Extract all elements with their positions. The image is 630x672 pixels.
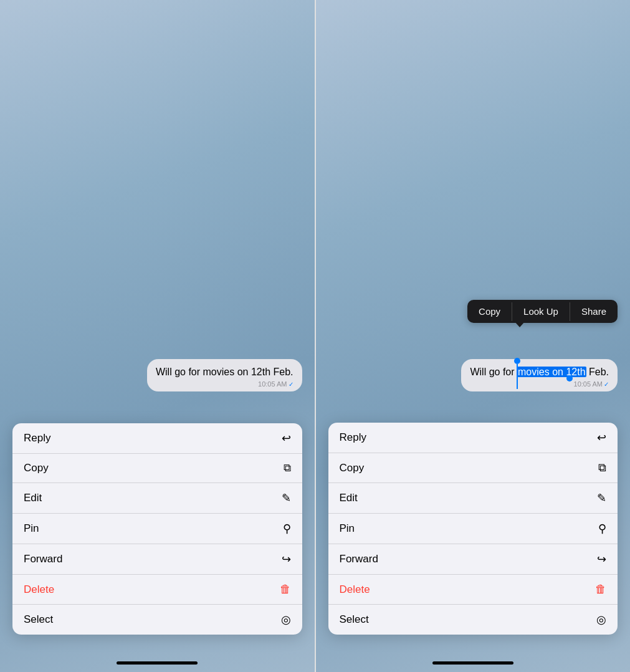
select-icon: ◎ xyxy=(281,613,291,626)
left-menu-reply[interactable]: Reply ↩ xyxy=(12,423,302,454)
right-menu-select[interactable]: Select ◎ xyxy=(328,605,618,635)
right-message-area: Will go for movies on 12th Feb. 10:05 AM… xyxy=(328,359,618,391)
selection-toolbar: Copy Look Up Share xyxy=(467,300,618,323)
toolbar-share[interactable]: Share xyxy=(570,300,618,323)
right-panel: Copy Look Up Share Will go for movies on… xyxy=(316,0,631,672)
text-selected: movies on 12th xyxy=(517,367,586,377)
right-edit-icon: ✎ xyxy=(597,491,606,505)
left-menu-forward[interactable]: Forward ↪ xyxy=(12,544,302,575)
right-menu-copy[interactable]: Copy ⧉ xyxy=(328,453,618,483)
left-menu-select[interactable]: Select ◎ xyxy=(12,605,302,635)
selection-handle-left-line xyxy=(517,364,518,389)
left-menu-pin-label: Pin xyxy=(24,522,39,535)
right-tick: ✓ xyxy=(604,381,609,388)
left-menu-pin[interactable]: Pin ⚲ xyxy=(12,514,302,544)
edit-icon: ✎ xyxy=(282,491,291,505)
left-home-indicator xyxy=(117,661,198,665)
right-select-icon: ◎ xyxy=(596,613,606,626)
left-message-area: Will go for movies on 12th Feb. 10:05 AM… xyxy=(12,359,302,391)
right-context-menu: Reply ↩ Copy ⧉ Edit ✎ Pin ⚲ Forward ↪ De… xyxy=(328,423,618,635)
left-bubble-text: Will go for movies on 12th Feb. xyxy=(156,367,294,377)
left-menu-copy-label: Copy xyxy=(24,462,49,474)
right-menu-copy-label: Copy xyxy=(340,462,365,474)
left-message-bubble: Will go for movies on 12th Feb. 10:05 AM… xyxy=(147,359,302,391)
left-menu-delete-label: Delete xyxy=(24,583,54,596)
right-forward-icon: ↪ xyxy=(597,552,606,566)
right-home-indicator xyxy=(432,661,513,665)
right-reply-icon: ↩ xyxy=(597,431,606,444)
right-bubble-text: Will go for movies on 12th Feb. xyxy=(470,367,609,377)
left-menu-forward-label: Forward xyxy=(24,553,62,565)
selection-handle-right xyxy=(566,375,573,382)
selection-handle-left xyxy=(514,358,520,364)
right-menu-pin-label: Pin xyxy=(340,522,355,535)
left-bubble-time: 10:05 AM ✓ xyxy=(156,380,294,388)
left-menu-edit-label: Edit xyxy=(24,492,42,504)
right-menu-forward[interactable]: Forward ↪ xyxy=(328,544,618,575)
right-menu-reply[interactable]: Reply ↩ xyxy=(328,423,618,453)
right-pin-icon: ⚲ xyxy=(598,522,606,535)
left-menu-select-label: Select xyxy=(24,613,53,626)
left-menu-delete[interactable]: Delete 🗑 xyxy=(12,575,302,605)
right-menu-delete-label: Delete xyxy=(340,583,370,596)
delete-icon: 🗑 xyxy=(280,583,291,596)
right-menu-edit-label: Edit xyxy=(340,492,358,504)
left-panel: Will go for movies on 12th Feb. 10:05 AM… xyxy=(0,0,315,672)
left-context-menu: Reply ↩ Copy ⧉ Edit ✎ Pin ⚲ Forward ↪ De… xyxy=(12,423,302,635)
left-tick: ✓ xyxy=(289,381,294,388)
panel-divider xyxy=(315,0,316,672)
pin-icon: ⚲ xyxy=(283,522,291,535)
right-menu-edit[interactable]: Edit ✎ xyxy=(328,483,618,514)
toolbar-arrow xyxy=(514,321,525,327)
left-menu-copy[interactable]: Copy ⧉ xyxy=(12,454,302,483)
reply-icon: ↩ xyxy=(282,431,291,445)
right-time: 10:05 AM xyxy=(574,380,603,388)
right-menu-select-label: Select xyxy=(340,613,369,626)
right-menu-pin[interactable]: Pin ⚲ xyxy=(328,514,618,544)
left-menu-reply-label: Reply xyxy=(24,432,50,444)
right-delete-icon: 🗑 xyxy=(595,583,606,596)
right-copy-icon: ⧉ xyxy=(598,461,606,474)
copy-icon: ⧉ xyxy=(284,462,291,474)
left-menu-edit[interactable]: Edit ✎ xyxy=(12,483,302,514)
text-before: Will go for xyxy=(470,367,517,377)
right-menu-reply-label: Reply xyxy=(340,431,366,444)
right-menu-delete[interactable]: Delete 🗑 xyxy=(328,575,618,605)
forward-icon: ↪ xyxy=(282,552,291,566)
text-after: Feb. xyxy=(586,367,609,377)
toolbar-copy[interactable]: Copy xyxy=(467,300,512,323)
right-menu-forward-label: Forward xyxy=(340,553,378,565)
toolbar-lookup[interactable]: Look Up xyxy=(512,300,570,323)
right-bubble-time: 10:05 AM ✓ xyxy=(470,380,609,388)
right-message-bubble: Will go for movies on 12th Feb. 10:05 AM… xyxy=(461,359,618,391)
